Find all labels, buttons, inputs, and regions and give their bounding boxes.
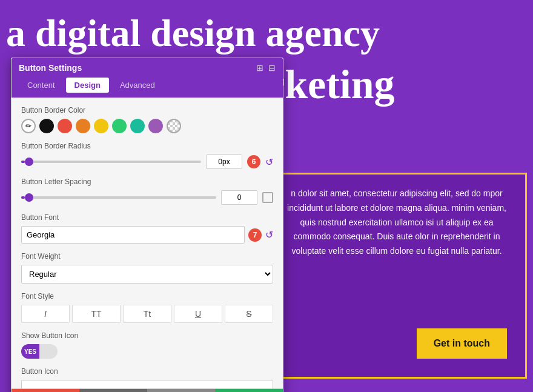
monitor-icon[interactable] (262, 192, 273, 203)
icon-double-arrow-right[interactable]: ⇒ (168, 385, 182, 388)
border-radius-group: Button Border Radius 6 ↺ (21, 142, 273, 169)
font-label: Button Font (21, 213, 273, 222)
website-subheadline: rketing (266, 61, 395, 108)
color-swatches: ✏ (21, 119, 273, 133)
panel-header-icons: ⊞ ⊟ (256, 63, 276, 73)
tab-content[interactable]: Content (19, 78, 64, 93)
panel-expand-icon[interactable]: ⊞ (256, 63, 263, 73)
icon-arrow-down[interactable]: ↓ (42, 385, 56, 388)
toggle-yes-label: YES (21, 344, 39, 359)
letter-spacing-thumb[interactable] (25, 193, 33, 202)
panel-body: Button Border Color ✏ Button Border Radi… (12, 98, 283, 388)
show-icon-label: Show Button Icon (21, 331, 273, 340)
icon-arrow-ul[interactable]: ↖ (90, 385, 103, 388)
icon-arrow-left[interactable]: ← (58, 385, 71, 388)
icon-arrow-right[interactable]: → (74, 385, 87, 388)
letter-spacing-track[interactable] (21, 196, 216, 199)
font-weight-select[interactable]: Regular (21, 265, 273, 284)
show-icon-toggle[interactable]: YES (21, 344, 58, 359)
panel-header: Button Settings ⊞ ⊟ (12, 58, 283, 78)
undo-button[interactable]: ↺ (79, 389, 147, 392)
border-radius-label: Button Border Radius (21, 142, 273, 150)
icon-expand[interactable]: ⤢ (231, 385, 245, 388)
icon-arrow-ur[interactable]: ↗ (105, 385, 119, 388)
swatch-red[interactable] (58, 119, 72, 133)
swatch-black[interactable] (39, 119, 54, 133)
icon-checkmark[interactable]: ✓ (137, 385, 150, 388)
icon-grid: ↑ ↓ ← → ↖ ↗ ↙ ✓ ⇓ ⇒ ⇔ ↗ ↘ ⤢ ↑ ≈ ≡ ≠ ∞ ◆ (21, 380, 273, 388)
website-content-text: n dolor sit amet, consectetur adipiscing… (280, 187, 513, 259)
letter-spacing-group: Button Letter Spacing (21, 178, 273, 205)
font-group: Button Font Georgia 7 ↺ (21, 213, 273, 244)
tab-advanced[interactable]: Advanced (111, 78, 164, 93)
swatch-yellow[interactable] (94, 119, 108, 133)
toggle-row: YES (21, 344, 273, 359)
font-weight-label: Font Weight (21, 252, 273, 261)
save-button[interactable]: ✓ (215, 389, 283, 392)
icon-ne-arrow[interactable]: ↗ (200, 385, 213, 388)
font-style-label: Font Style (21, 292, 273, 301)
font-style-italic[interactable]: I (21, 305, 70, 323)
button-icon-label: Button Icon (21, 367, 273, 376)
toggle-no-indicator (39, 344, 58, 359)
swatch-purple[interactable] (148, 119, 163, 133)
border-radius-slider-row: 6 ↺ (21, 154, 273, 169)
letter-spacing-slider-row (21, 190, 273, 205)
swatch-orange[interactable] (76, 119, 90, 133)
border-radius-thumb[interactable] (25, 158, 33, 166)
font-select[interactable]: Georgia (21, 226, 245, 244)
panel-title: Button Settings (19, 63, 82, 73)
font-badge[interactable]: 7 (248, 228, 262, 242)
font-style-capitalize[interactable]: Tt (123, 305, 171, 323)
font-style-row: I TT Tt U S (21, 305, 273, 323)
color-picker-icon[interactable]: ✏ (21, 119, 36, 133)
border-radius-reset-icon[interactable]: ↺ (265, 156, 273, 168)
font-row: Georgia 7 ↺ (21, 226, 273, 244)
font-style-strikethrough[interactable]: S (225, 305, 273, 323)
cancel-button[interactable]: ✕ (12, 389, 79, 392)
swatch-transparent[interactable] (167, 119, 181, 133)
website-content-box: n dolor sit amet, consectetur adipiscing… (266, 173, 527, 379)
icon-double-arrow-horiz[interactable]: ⇔ (184, 385, 197, 388)
border-color-label: Button Border Color (21, 106, 273, 115)
panel-tabs: Content Design Advanced (12, 78, 283, 98)
website-headline: a digital design agency (0, 12, 533, 55)
button-icon-group: Button Icon ↑ ↓ ← → ↖ ↗ ↙ ✓ ⇓ ⇒ ⇔ ↗ ↘ ⤢ … (21, 367, 273, 388)
border-color-group: Button Border Color ✏ (21, 106, 273, 133)
font-style-underline[interactable]: U (174, 305, 222, 323)
redo-button[interactable]: ↻ (147, 389, 215, 392)
tab-design[interactable]: Design (66, 78, 109, 93)
button-settings-panel: Button Settings ⊞ ⊟ Content Design Advan… (11, 58, 283, 392)
border-radius-badge[interactable]: 6 (247, 155, 260, 168)
icon-double-arrow-down[interactable]: ⇓ (153, 385, 166, 388)
letter-spacing-value[interactable] (221, 190, 257, 205)
swatch-teal[interactable] (130, 119, 145, 133)
get-in-touch-button[interactable]: Get in touch (417, 328, 507, 359)
icon-arrow-up[interactable]: ↑ (27, 385, 40, 388)
font-weight-group: Font Weight Regular (21, 252, 273, 284)
panel-footer: ✕ ↺ ↻ ✓ (12, 388, 283, 392)
swatch-green[interactable] (112, 119, 127, 133)
icon-selected-blue[interactable]: ↑ (247, 385, 260, 388)
icon-se-arrow[interactable]: ↘ (216, 385, 229, 388)
border-radius-value[interactable] (206, 154, 242, 169)
font-reset-icon[interactable]: ↺ (265, 229, 273, 241)
font-style-group: Font Style I TT Tt U S (21, 292, 273, 323)
panel-close-icon[interactable]: ⊟ (268, 63, 276, 73)
letter-spacing-label: Button Letter Spacing (21, 178, 273, 186)
show-icon-group: Show Button Icon YES (21, 331, 273, 359)
icon-arrow-dl[interactable]: ↙ (121, 385, 134, 388)
border-radius-track[interactable] (21, 161, 201, 163)
font-style-uppercase[interactable]: TT (72, 305, 121, 323)
